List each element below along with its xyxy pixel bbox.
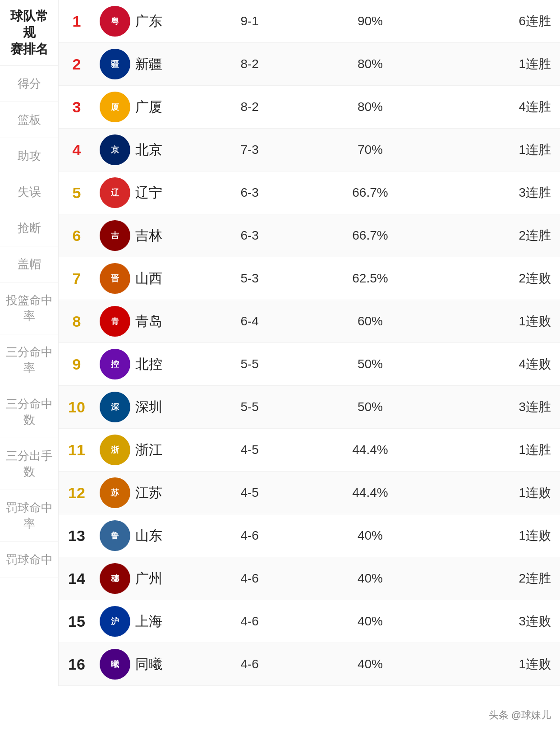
main-table: 1粤广东9-190%6连胜2疆新疆8-280%1连胜3厦广厦8-280%4连胜4…: [59, 0, 560, 686]
rank-13: 14: [59, 570, 95, 588]
rank-14: 15: [59, 613, 95, 630]
main-container: 球队常规 赛排名 得分篮板助攻失误抢断盖帽投篮命中 率三分命中 率三分命中 数三…: [0, 0, 560, 686]
rank-7: 8: [59, 313, 95, 330]
team-pct-8: 50%: [310, 357, 430, 371]
team-streak-1: 1连胜: [431, 56, 560, 73]
team-streak-15: 1连败: [431, 656, 560, 673]
team-name-0: 广东: [135, 12, 189, 31]
team-record-11: 4-5: [189, 486, 310, 500]
team-record-12: 4-6: [189, 528, 310, 543]
sidebar-item-4[interactable]: 抢断: [0, 210, 58, 246]
team-record-9: 5-5: [189, 400, 310, 414]
rank-1: 2: [59, 56, 95, 73]
team-pct-4: 66.7%: [310, 185, 430, 200]
sidebar-item-0[interactable]: 得分: [0, 66, 58, 102]
team-name-10: 浙江: [135, 441, 189, 459]
sidebar-item-7[interactable]: 三分命中 率: [0, 334, 58, 386]
sidebar-item-6[interactable]: 投篮命中 率: [0, 282, 58, 334]
team-name-14: 上海: [135, 612, 189, 631]
team-record-13: 4-6: [189, 571, 310, 586]
team-logo-6: 晋: [95, 263, 135, 294]
team-name-15: 同曦: [135, 655, 189, 674]
team-streak-0: 6连胜: [431, 13, 560, 30]
team-record-1: 8-2: [189, 57, 310, 71]
team-name-3: 北京: [135, 141, 189, 159]
sidebar-item-8[interactable]: 三分命中 数: [0, 386, 58, 438]
team-logo-5: 吉: [95, 220, 135, 251]
table-row: 11浙浙江4-544.4%1连胜: [59, 429, 560, 472]
table-row: 16曦同曦4-640%1连败: [59, 643, 560, 686]
team-logo-13: 穗: [95, 563, 135, 594]
team-streak-9: 3连胜: [431, 398, 560, 416]
rank-6: 7: [59, 270, 95, 287]
team-pct-0: 90%: [310, 14, 430, 28]
team-logo-11: 苏: [95, 477, 135, 508]
sidebar-item-2[interactable]: 助攻: [0, 138, 58, 174]
team-logo-1: 疆: [95, 49, 135, 79]
team-name-12: 山东: [135, 527, 189, 545]
rank-4: 5: [59, 184, 95, 202]
team-record-10: 4-5: [189, 443, 310, 457]
team-pct-2: 80%: [310, 100, 430, 114]
team-pct-13: 40%: [310, 571, 430, 586]
team-logo-12: 鲁: [95, 520, 135, 551]
team-streak-14: 3连败: [431, 613, 560, 630]
team-streak-13: 2连胜: [431, 570, 560, 587]
table-row: 6吉吉林6-366.7%2连胜: [59, 214, 560, 257]
sidebar-item-3[interactable]: 失误: [0, 174, 58, 210]
team-streak-5: 2连胜: [431, 227, 560, 244]
table-row: 4京北京7-370%1连胜: [59, 129, 560, 171]
team-record-6: 5-3: [189, 271, 310, 286]
table-row: 2疆新疆8-280%1连胜: [59, 43, 560, 86]
team-logo-2: 厦: [95, 92, 135, 122]
table-row: 3厦广厦8-280%4连胜: [59, 86, 560, 129]
rank-11: 12: [59, 484, 95, 502]
team-logo-15: 曦: [95, 649, 135, 680]
team-name-9: 深圳: [135, 398, 189, 416]
table-row: 10深深圳5-550%3连胜: [59, 386, 560, 429]
sidebar-item-11[interactable]: 罚球命中: [0, 542, 58, 578]
team-record-8: 5-5: [189, 357, 310, 371]
rank-9: 10: [59, 398, 95, 416]
team-pct-7: 60%: [310, 314, 430, 328]
team-logo-14: 沪: [95, 606, 135, 637]
team-name-5: 吉林: [135, 227, 189, 245]
team-record-5: 6-3: [189, 228, 310, 243]
team-logo-3: 京: [95, 134, 135, 165]
team-streak-10: 1连胜: [431, 441, 560, 458]
team-name-7: 青岛: [135, 312, 189, 331]
table-row: 8青青岛6-460%1连败: [59, 300, 560, 343]
table-row: 13鲁山东4-640%1连败: [59, 514, 560, 557]
rank-0: 1: [59, 13, 95, 30]
team-pct-3: 70%: [310, 143, 430, 157]
sidebar: 球队常规 赛排名 得分篮板助攻失误抢断盖帽投篮命中 率三分命中 率三分命中 数三…: [0, 0, 59, 686]
team-streak-4: 3连胜: [431, 184, 560, 201]
team-logo-8: 控: [95, 349, 135, 379]
rank-5: 6: [59, 227, 95, 245]
sidebar-item-1[interactable]: 篮板: [0, 102, 58, 138]
table-row: 1粤广东9-190%6连胜: [59, 0, 560, 43]
sidebar-item-5[interactable]: 盖帽: [0, 246, 58, 282]
team-record-7: 6-4: [189, 314, 310, 328]
team-name-2: 广厦: [135, 98, 189, 116]
table-row: 5辽辽宁6-366.7%3连胜: [59, 171, 560, 214]
table-row: 12苏江苏4-544.4%1连败: [59, 472, 560, 514]
team-pct-15: 40%: [310, 657, 430, 671]
team-streak-7: 1连败: [431, 313, 560, 330]
sidebar-item-9[interactable]: 三分出手 数: [0, 438, 58, 490]
sidebar-header: 球队常规 赛排名: [0, 0, 58, 66]
rank-3: 4: [59, 141, 95, 159]
table-row: 7晋山西5-362.5%2连败: [59, 257, 560, 300]
rank-15: 16: [59, 656, 95, 673]
team-streak-3: 1连胜: [431, 141, 560, 158]
team-logo-7: 青: [95, 306, 135, 337]
team-pct-5: 66.7%: [310, 228, 430, 243]
team-logo-9: 深: [95, 392, 135, 422]
rank-10: 11: [59, 441, 95, 459]
team-pct-14: 40%: [310, 614, 430, 629]
team-pct-1: 80%: [310, 57, 430, 71]
sidebar-item-10[interactable]: 罚球命中 率: [0, 490, 58, 542]
team-logo-4: 辽: [95, 177, 135, 208]
rank-2: 3: [59, 98, 95, 116]
rank-8: 9: [59, 356, 95, 373]
